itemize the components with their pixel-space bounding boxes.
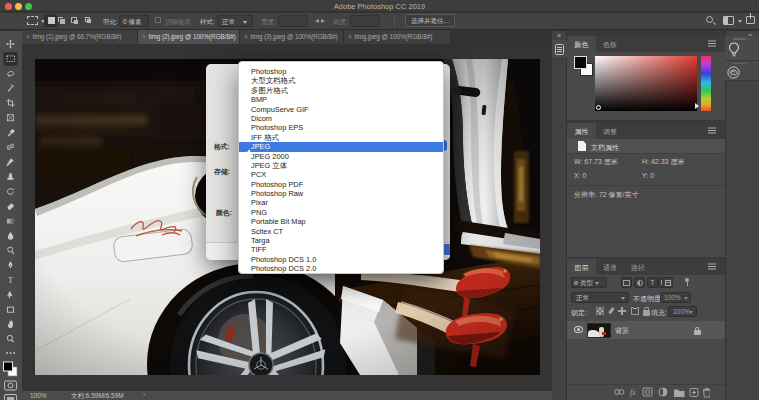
svg-text:T: T	[8, 276, 13, 285]
svg-text:fx: fx	[630, 388, 636, 397]
